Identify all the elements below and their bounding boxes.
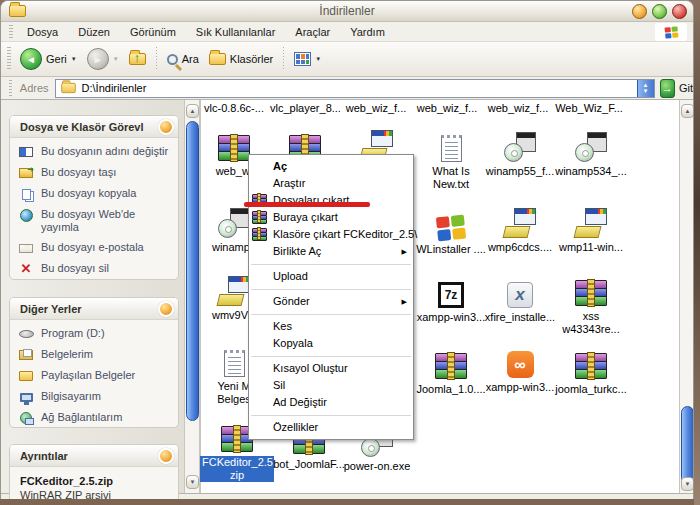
menubar-item-görünüm[interactable]: Görünüm xyxy=(120,24,186,40)
file-label[interactable]: wmp11-win... xyxy=(559,241,623,254)
file-label[interactable]: power-on.exe xyxy=(344,460,411,473)
views-dropdown-icon[interactable]: ▼ xyxy=(315,56,321,62)
address-input[interactable]: D:\İndirilenler ▲▼ xyxy=(55,79,655,98)
folders-button[interactable]: Klasörler xyxy=(204,44,278,74)
file-item[interactable]: winamp534_... xyxy=(556,132,626,178)
file-label[interactable]: web_wiz_f... xyxy=(341,102,411,114)
collapse-panel-icon[interactable] xyxy=(158,301,174,317)
context-menu-item-ad-de-i-tir[interactable]: Ad Değiştir xyxy=(249,394,413,411)
place-item[interactable]: Program (D:) xyxy=(18,327,172,341)
file-item[interactable]: Joomla_1.0.... xyxy=(416,350,486,396)
search-button[interactable]: Ara xyxy=(162,44,204,74)
task-item[interactable]: Bu dosyayı taşı xyxy=(18,166,172,180)
place-item[interactable]: Ağ Bağlantılarım xyxy=(18,411,172,425)
file-label[interactable]: xfire_installe... xyxy=(485,311,555,324)
file-item[interactable]: ∞xampp-win3... xyxy=(485,348,555,394)
file-item[interactable]: xxfire_installe... xyxy=(485,278,555,324)
sidebar-scrollbar[interactable]: ▲ ▼ xyxy=(184,100,200,493)
file-label[interactable]: xampp-win3... xyxy=(417,311,485,324)
views-button[interactable]: ▼ xyxy=(289,44,326,74)
file-label[interactable]: wmp6cdcs.... xyxy=(488,241,552,254)
close-button[interactable] xyxy=(672,4,687,19)
menubar-item-düzen[interactable]: Düzen xyxy=(68,24,120,40)
context-menu-item-label: Ad Değiştir xyxy=(273,396,327,408)
task-item[interactable]: ✕Bu dosyayı sil xyxy=(18,262,172,276)
file-label[interactable]: What Is New.txt xyxy=(425,165,477,191)
place-item[interactable]: Belgelerim xyxy=(18,348,172,362)
context-menu-item-ara-t-r[interactable]: Araştır xyxy=(249,175,413,192)
details-panel-header[interactable]: Ayrıntılar xyxy=(10,445,178,467)
menubar-item-yardım[interactable]: Yardım xyxy=(340,24,395,40)
scroll-down-icon[interactable]: ▼ xyxy=(681,477,694,491)
selected-file-label[interactable]: FCKeditor_2.5. zip xyxy=(200,456,274,482)
file-label[interactable]: web_wiz_f... xyxy=(412,102,482,114)
file-item[interactable]: winamp55_f... xyxy=(485,132,555,178)
details-file-name: FCKeditor_2.5.zip xyxy=(10,467,178,489)
context-menu-item-birlikte-a[interactable]: Birlikte Aç▶ xyxy=(249,243,413,260)
file-label[interactable]: bot_JoomlaF... xyxy=(273,458,345,471)
file-label[interactable]: xss w43343re... xyxy=(560,310,622,336)
menubar-item-araçlar[interactable]: Araçlar xyxy=(285,24,340,40)
file-item[interactable]: wmp11-win... xyxy=(556,208,626,254)
menu-drag-handle[interactable] xyxy=(9,25,13,38)
content-scroll-thumb[interactable] xyxy=(681,406,694,484)
file-item[interactable]: xss w43343re... xyxy=(556,277,626,336)
address-drag-handle[interactable] xyxy=(9,80,12,95)
context-menu-item-klas-re-kart-fckeditor-2-5[interactable]: Klasöre çıkart FCKeditor_2.5\ xyxy=(249,226,413,243)
up-button[interactable] xyxy=(124,44,151,74)
back-dropdown-icon[interactable]: ▼ xyxy=(71,56,77,62)
context-menu-item-kes[interactable]: Kes xyxy=(249,318,413,335)
task-item[interactable]: Bu dosyayı kopyala xyxy=(18,187,172,201)
winrar-archive-icon xyxy=(218,132,250,162)
file-label[interactable]: Joomla_1.0.... xyxy=(416,383,485,396)
file-item[interactable]: What Is New.txt xyxy=(416,132,486,191)
scroll-up-icon[interactable]: ▲ xyxy=(186,104,199,118)
file-label[interactable]: Web_Wiz_F... xyxy=(554,102,624,114)
go-button[interactable]: → xyxy=(660,79,675,98)
menubar-item-sık-kullanılanlar[interactable]: Sık Kullanılanlar xyxy=(186,24,286,40)
context-menu-item-upload[interactable]: Upload xyxy=(249,268,413,285)
file-item[interactable]: 7zxampp-win3... xyxy=(416,278,486,324)
context-menu-item-buraya-kart[interactable]: Buraya çıkart xyxy=(249,209,413,226)
back-button[interactable]: ◄ Geri ▼ xyxy=(15,44,82,74)
menubar-item-dosya[interactable]: Dosya xyxy=(17,24,68,40)
scroll-up-icon[interactable]: ▲ xyxy=(681,104,694,118)
collapse-panel-icon[interactable] xyxy=(158,448,174,464)
file-item[interactable]: WLinstaller .... xyxy=(416,210,486,256)
context-menu-item-kopyala[interactable]: Kopyala xyxy=(249,335,413,352)
file-item[interactable]: wmp6cdcs.... xyxy=(485,208,555,254)
places-panel-header[interactable]: Diğer Yerler xyxy=(10,298,178,320)
task-item[interactable]: Bu dosyayı e-postala xyxy=(18,241,172,255)
toolbar-drag-handle[interactable] xyxy=(7,47,11,71)
file-label[interactable]: winamp534_... xyxy=(555,165,627,178)
file-label[interactable]: WLinstaller .... xyxy=(416,243,486,256)
context-menu-item-g-nder[interactable]: Gönder▶ xyxy=(249,293,413,310)
context-menu-item-sil[interactable]: Sil xyxy=(249,377,413,394)
maximize-button[interactable] xyxy=(652,4,667,19)
file-label[interactable]: vlc-0.8.6c-... xyxy=(199,102,269,114)
file-label[interactable]: web_wiz_f... xyxy=(483,102,553,114)
annotation-underline xyxy=(244,202,370,207)
file-label[interactable]: winamp55_f... xyxy=(486,165,554,178)
title-bar[interactable]: İndirilenler xyxy=(1,1,693,22)
file-label[interactable]: web_wi xyxy=(216,165,253,178)
file-label[interactable]: vlc_player_8... xyxy=(270,102,340,114)
file-item[interactable]: joomla_turkc... xyxy=(556,350,626,396)
forward-button[interactable]: ► ▼ xyxy=(82,44,124,74)
sidebar-scroll-thumb[interactable] xyxy=(186,121,199,421)
file-label[interactable]: joomla_turkc... xyxy=(555,383,627,396)
task-item[interactable]: Bu dosyanın adını değiştir xyxy=(18,145,172,159)
context-menu-item-zellikler[interactable]: Özellikler xyxy=(249,419,413,436)
address-dropdown-button[interactable]: ▲▼ xyxy=(637,80,654,97)
place-item[interactable]: Bilgisayarım xyxy=(18,390,172,404)
task-panel-header[interactable]: Dosya ve Klasör Görevl xyxy=(10,116,178,138)
place-item[interactable]: Paylaşılan Belgeler xyxy=(18,369,172,383)
task-item[interactable]: Bu dosyayı Web'de yayımla xyxy=(18,208,172,234)
collapse-panel-icon[interactable] xyxy=(158,119,174,135)
file-label[interactable]: xampp-win3... xyxy=(486,381,554,394)
context-menu-item-k-sayol-olu-tur[interactable]: Kısayol Oluştur xyxy=(249,360,413,377)
scroll-down-icon[interactable]: ▼ xyxy=(186,475,199,489)
minimize-button[interactable] xyxy=(632,4,647,19)
context-menu-item-a[interactable]: Aç xyxy=(249,158,413,175)
content-scrollbar[interactable]: ▲ ▼ xyxy=(679,100,694,493)
